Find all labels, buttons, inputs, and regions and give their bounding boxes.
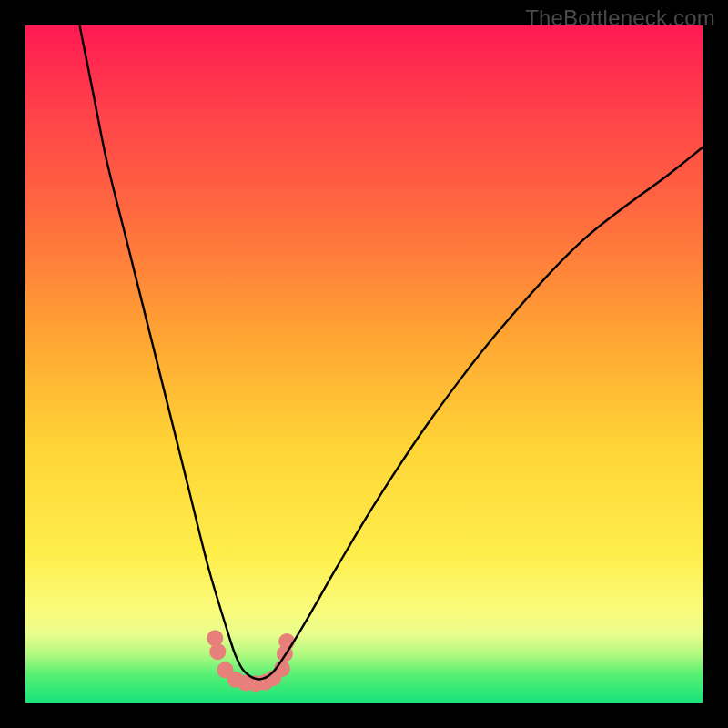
- marker-dot: [207, 630, 223, 646]
- bottleneck-curve-path: [80, 25, 703, 679]
- outer-frame: TheBottleneck.com: [0, 0, 728, 728]
- bottleneck-curve-svg: [25, 25, 703, 703]
- marker-dot: [209, 643, 226, 660]
- plot-area: [25, 25, 703, 703]
